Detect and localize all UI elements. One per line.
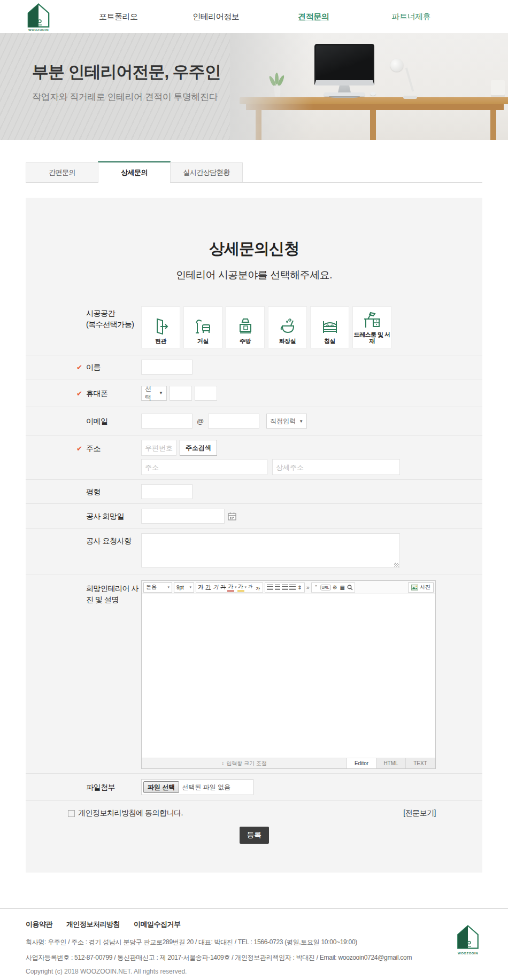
row-name: ✔ 이름 — [26, 355, 482, 379]
phone-label: 휴대폰 — [86, 387, 140, 399]
zipcode-input[interactable] — [141, 440, 176, 456]
align-justify-icon[interactable] — [289, 584, 296, 592]
nav-portfolio[interactable]: 포트폴리오 — [70, 0, 167, 33]
file-input[interactable]: 파일 선택 선택된 파일 없음 — [141, 779, 253, 795]
address-search-button[interactable]: 주소검색 — [180, 440, 217, 456]
bathtub-icon — [278, 317, 297, 336]
photo-icon — [411, 585, 418, 590]
editor-mode-html[interactable]: HTML — [376, 758, 406, 768]
hero-title: 부분 인테리어전문, 우주인 — [32, 61, 221, 83]
align-center-icon[interactable] — [274, 584, 281, 592]
name-input[interactable] — [141, 360, 193, 375]
space-option-bathroom[interactable]: 화장실 — [268, 306, 307, 348]
row-date: 공사 희망일 — [26, 503, 482, 528]
footer-company-info: 회사명: 우주인 / 주소 : 경기 성남시 분당구 판교로289번길 20 /… — [26, 938, 482, 947]
superscript-icon[interactable]: 가 — [247, 584, 254, 592]
editor-resize-handle[interactable]: ↕ 입력창 크기 조절 — [142, 758, 347, 768]
font-color-icon[interactable]: 가 — [227, 584, 234, 592]
footer-link-terms[interactable]: 이용약관 — [26, 920, 52, 929]
address-detail-input[interactable] — [272, 459, 400, 475]
editor-mode-text[interactable]: TEXT — [406, 758, 435, 768]
hero-banner: 부분 인테리어전문, 우주인 작업자와 직거래로 인테리어 견적이 투명해진다 — [0, 33, 508, 140]
size-input[interactable] — [141, 484, 193, 499]
footer: 이용약관 개인정보처리방침 이메일수집거부 회사명: 우주인 / 주소 : 경기… — [0, 908, 508, 975]
row-construction-space: 시공공간 (복수선택가능) 현관 — [26, 300, 482, 355]
space-option-kitchen[interactable]: 주방 — [226, 306, 265, 348]
space-option-livingroom[interactable]: 거실 — [183, 306, 222, 348]
photo-insert-button[interactable]: 사진 — [408, 582, 434, 593]
align-left-icon[interactable] — [266, 584, 273, 592]
phone-prefix-select[interactable]: 선택▼ — [141, 386, 167, 401]
row-editor: 희망인테리어 사진 및 설명 돋움▾ 9pt▾ 가 가 가 가 가 — [26, 574, 482, 773]
nav-estimate-inquiry[interactable]: 견적문의 — [265, 0, 363, 33]
brand-logo[interactable]: WOOZOOIN — [25, 3, 52, 32]
subscript-icon[interactable]: 가 — [255, 584, 261, 592]
link-icon[interactable]: URL — [320, 585, 331, 590]
font-size-select[interactable]: 9pt▾ — [174, 582, 194, 593]
file-select-button[interactable]: 파일 선택 — [143, 781, 179, 793]
editor-mode-editor[interactable]: Editor — [347, 758, 376, 768]
underline-icon[interactable]: 가 — [205, 584, 212, 592]
form-subtitle: 인테리어 시공분야를 선택해주세요. — [26, 268, 482, 282]
space-label: 시공공간 (복수선택가능) — [86, 308, 140, 330]
row-address: ✔ 주소 주소검색 — [26, 435, 482, 479]
bold-icon[interactable]: 가 — [197, 584, 204, 592]
special-char-icon[interactable]: ※ — [332, 584, 338, 592]
line-height-icon[interactable]: ⇕ — [296, 584, 303, 592]
tab-live-consult-status[interactable]: 실시간상담현황 — [170, 162, 243, 182]
highlight-color-icon[interactable]: 가 — [237, 584, 244, 592]
submit-button[interactable]: 등록 — [240, 827, 269, 844]
brand-name: WOOZOOIN — [455, 952, 481, 955]
nav-interior-info[interactable]: 인테리어정보 — [167, 0, 265, 33]
file-label: 파일첨부 — [86, 782, 140, 793]
strikethrough-icon[interactable]: 가 — [220, 584, 227, 592]
editor-toolbar: 돋움▾ 9pt▾ 가 가 가 가 가 ▾ 가 ▾ 가 — [142, 581, 435, 594]
nav-partner[interactable]: 파트너제휴 — [363, 0, 460, 33]
required-check-icon: ✔ — [76, 445, 82, 453]
table-icon[interactable]: ▦ — [339, 584, 346, 592]
privacy-fulltext-link[interactable]: [전문보기] — [403, 808, 436, 818]
row-email: 이메일 @ 직접입력▼ — [26, 407, 482, 435]
space-option-entrance[interactable]: 현관 — [141, 306, 180, 348]
date-label: 공사 희망일 — [86, 511, 140, 522]
phone-mid-input[interactable] — [170, 386, 192, 401]
editor-content-area[interactable] — [142, 594, 435, 758]
space-option-bedroom[interactable]: 침실 — [310, 306, 349, 348]
chevron-down-icon[interactable]: ▾ — [235, 585, 237, 589]
hero-subtitle: 작업자와 직거래로 인테리어 견적이 투명해진다 — [32, 91, 221, 103]
chevron-down-icon: ▼ — [159, 391, 163, 395]
required-check-icon: ✔ — [76, 389, 82, 397]
phone-last-input[interactable] — [195, 386, 217, 401]
privacy-agree-checkbox[interactable] — [68, 810, 75, 817]
chevron-down-icon[interactable]: ▾ — [245, 585, 247, 589]
footer-link-privacy[interactable]: 개인정보처리방침 — [66, 920, 120, 929]
toolbar-more-icon[interactable]: » — [306, 585, 310, 590]
space-option-dressroom-study[interactable]: 드레스룸 및 서재 — [352, 306, 391, 348]
inquiry-tabs: 간편문의 상세문의 실시간상담현황 — [26, 161, 482, 183]
privacy-agree-label: 개인정보처리방침에 동의합니다. — [78, 808, 183, 818]
email-domain-input[interactable] — [208, 414, 259, 429]
email-domain-select[interactable]: 직접입력▼ — [266, 414, 307, 429]
request-label: 공사 요청사항 — [86, 535, 140, 547]
calendar-icon[interactable] — [228, 512, 236, 520]
tab-detail-inquiry[interactable]: 상세문의 — [98, 161, 171, 183]
find-replace-icon[interactable] — [347, 584, 353, 592]
detail-inquiry-panel: 상세문의신청 인테리어 시공분야를 선택해주세요. 시공공간 (복수선택가능) … — [26, 198, 482, 873]
row-request: 공사 요청사항 — [26, 528, 482, 574]
door-icon — [151, 317, 171, 336]
required-check-icon: ✔ — [76, 363, 82, 371]
address-label: 주소 — [86, 443, 140, 454]
request-textarea[interactable] — [141, 533, 400, 567]
italic-icon[interactable]: 가 — [212, 584, 219, 592]
quote-icon[interactable]: “ — [313, 584, 320, 592]
email-id-input[interactable] — [141, 414, 193, 429]
font-family-select[interactable]: 돋움▾ — [143, 582, 172, 593]
house-logo-icon — [457, 925, 479, 949]
name-label: 이름 — [86, 362, 140, 373]
address-input[interactable] — [141, 459, 267, 475]
date-input[interactable] — [141, 509, 225, 524]
footer-link-email-reject[interactable]: 이메일수집거부 — [134, 920, 181, 929]
align-right-icon[interactable] — [281, 584, 288, 592]
row-size: 평형 — [26, 479, 482, 503]
tab-simple-inquiry[interactable]: 간편문의 — [26, 162, 98, 182]
